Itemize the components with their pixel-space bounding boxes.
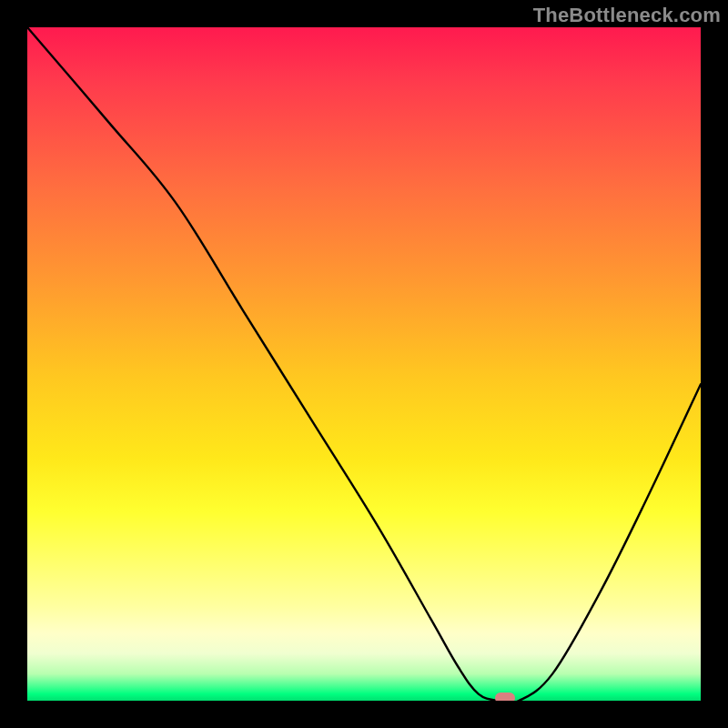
plot-area <box>27 27 701 701</box>
watermark-text: TheBottleneck.com <box>533 4 721 27</box>
bottleneck-curve <box>27 27 701 701</box>
optimal-marker <box>495 693 515 701</box>
chart-frame: TheBottleneck.com <box>0 0 728 728</box>
